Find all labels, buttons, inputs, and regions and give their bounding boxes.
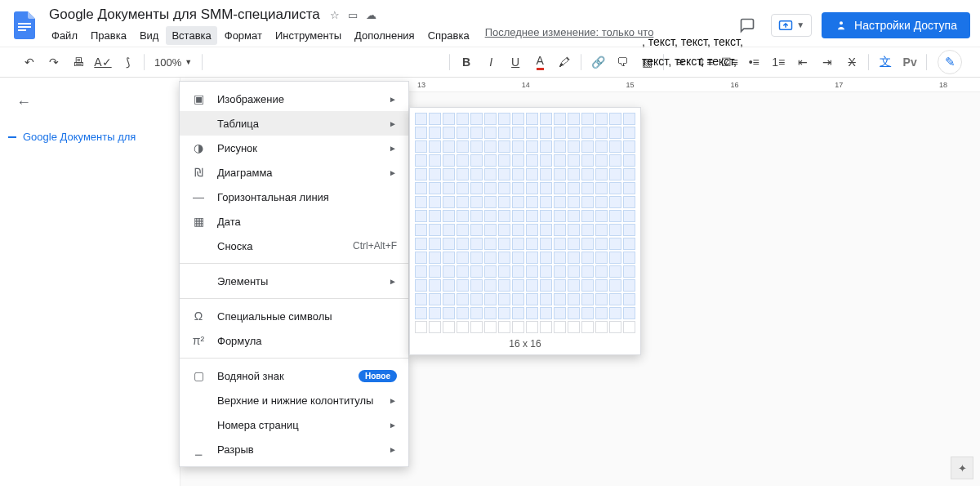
table-picker-cell[interactable]	[457, 196, 469, 208]
table-picker-cell[interactable]	[443, 321, 455, 333]
table-picker-cell[interactable]	[457, 238, 469, 250]
table-picker-cell[interactable]	[443, 279, 455, 292]
table-picker-cell[interactable]	[540, 210, 552, 222]
table-picker-cell[interactable]	[609, 307, 621, 319]
page-body-text[interactable]: , текст, текст, текст, текст, текст, тек…	[642, 33, 743, 72]
table-picker-cell[interactable]	[429, 140, 441, 153]
table-picker-cell[interactable]	[623, 238, 635, 250]
table-picker-cell[interactable]	[484, 140, 497, 153]
table-picker-cell[interactable]	[581, 265, 594, 278]
table-picker-cell[interactable]	[609, 210, 621, 222]
table-picker-cell[interactable]	[540, 154, 552, 167]
table-picker-cell[interactable]	[595, 127, 608, 139]
table-picker-cell[interactable]	[581, 238, 594, 250]
table-picker-cell[interactable]	[484, 196, 497, 208]
table-picker-cell[interactable]	[470, 238, 483, 250]
table-picker-cell[interactable]	[429, 265, 441, 278]
table-picker-cell[interactable]	[484, 293, 497, 305]
table-picker-cell[interactable]	[623, 224, 635, 236]
table-picker-cell[interactable]	[581, 182, 594, 194]
table-picker-cell[interactable]	[443, 154, 455, 167]
table-picker-cell[interactable]	[554, 252, 566, 264]
present-button[interactable]: ▼	[771, 14, 812, 37]
table-picker-cell[interactable]	[429, 182, 441, 194]
dd-chart[interactable]: ₪Диаграмма►	[180, 160, 408, 185]
menu-help[interactable]: Справка	[422, 26, 475, 45]
table-picker-cell[interactable]	[443, 182, 455, 194]
table-picker-cell[interactable]	[484, 279, 497, 292]
italic-icon[interactable]: I	[479, 51, 502, 74]
table-picker-cell[interactable]	[623, 113, 635, 125]
table-picker-cell[interactable]	[540, 140, 552, 153]
table-picker-cell[interactable]	[595, 238, 608, 250]
table-picker-cell[interactable]	[623, 307, 635, 319]
table-picker-cell[interactable]	[623, 279, 635, 292]
star-icon[interactable]: ☆	[330, 9, 340, 21]
table-picker-cell[interactable]	[484, 182, 497, 194]
table-picker-cell[interactable]	[554, 168, 566, 180]
table-picker-cell[interactable]	[581, 113, 594, 125]
menu-edit[interactable]: Правка	[85, 26, 132, 45]
bulleted-list-icon[interactable]: •≡	[742, 51, 765, 74]
table-picker-cell[interactable]	[540, 279, 552, 292]
table-picker-cell[interactable]	[512, 127, 524, 139]
table-picker-cell[interactable]	[540, 224, 552, 236]
menu-view[interactable]: Вид	[134, 26, 165, 45]
table-picker-cell[interactable]	[540, 113, 552, 125]
table-picker-cell[interactable]	[470, 113, 483, 125]
table-picker-cell[interactable]	[581, 224, 594, 236]
table-picker-cell[interactable]	[512, 168, 524, 180]
table-picker-cell[interactable]	[470, 154, 483, 167]
table-picker-cell[interactable]	[581, 293, 594, 305]
table-picker-cell[interactable]	[554, 154, 566, 167]
table-picker-cell[interactable]	[415, 182, 427, 194]
table-picker-cell[interactable]	[609, 224, 621, 236]
table-picker-cell[interactable]	[526, 279, 538, 292]
table-picker-cell[interactable]	[568, 140, 580, 153]
table-picker-cell[interactable]	[470, 127, 483, 139]
table-picker-cell[interactable]	[484, 168, 497, 180]
table-picker-cell[interactable]	[512, 196, 524, 208]
table-picker-cell[interactable]	[554, 307, 566, 319]
table-picker-cell[interactable]	[415, 210, 427, 222]
table-picker-cell[interactable]	[470, 140, 483, 153]
table-picker-cell[interactable]	[498, 321, 510, 333]
table-picker-cell[interactable]	[526, 224, 538, 236]
table-picker-cell[interactable]	[415, 113, 427, 125]
table-picker-cell[interactable]	[581, 279, 594, 292]
table-picker-cell[interactable]	[526, 182, 538, 194]
table-picker-cell[interactable]	[443, 224, 455, 236]
decrease-indent-icon[interactable]: ⇤	[791, 51, 814, 74]
table-picker-cell[interactable]	[581, 252, 594, 264]
highlight-icon[interactable]: 🖍	[553, 51, 576, 74]
table-picker-cell[interactable]	[568, 113, 580, 125]
table-picker-cell[interactable]	[609, 293, 621, 305]
table-picker-cell[interactable]	[526, 140, 538, 153]
table-picker-cell[interactable]	[457, 168, 469, 180]
table-picker-cell[interactable]	[609, 196, 621, 208]
table-picker-cell[interactable]	[540, 265, 552, 278]
table-picker-cell[interactable]	[457, 113, 469, 125]
table-picker-cell[interactable]	[443, 168, 455, 180]
table-picker-cell[interactable]	[470, 252, 483, 264]
table-picker-cell[interactable]	[457, 293, 469, 305]
table-picker-cell[interactable]	[568, 182, 580, 194]
table-picker-cell[interactable]	[623, 196, 635, 208]
text-color-icon[interactable]: A	[528, 51, 551, 74]
table-picker-cell[interactable]	[457, 182, 469, 194]
table-picker-cell[interactable]	[568, 293, 580, 305]
explore-button-icon[interactable]: ✦	[951, 457, 973, 479]
dd-special[interactable]: ΩСпециальные символы	[180, 304, 408, 328]
table-picker-cell[interactable]	[623, 168, 635, 180]
numbered-list-icon[interactable]: 1≡	[767, 51, 790, 74]
table-picker-cell[interactable]	[512, 113, 524, 125]
table-picker-cell[interactable]	[415, 252, 427, 264]
table-picker-cell[interactable]	[457, 321, 469, 333]
table-picker-cell[interactable]	[512, 140, 524, 153]
table-picker-cell[interactable]	[595, 279, 608, 292]
table-picker-cell[interactable]	[581, 210, 594, 222]
table-picker-cell[interactable]	[540, 307, 552, 319]
table-picker-cell[interactable]	[595, 224, 608, 236]
table-picker-cell[interactable]	[512, 293, 524, 305]
table-picker-cell[interactable]	[457, 265, 469, 278]
